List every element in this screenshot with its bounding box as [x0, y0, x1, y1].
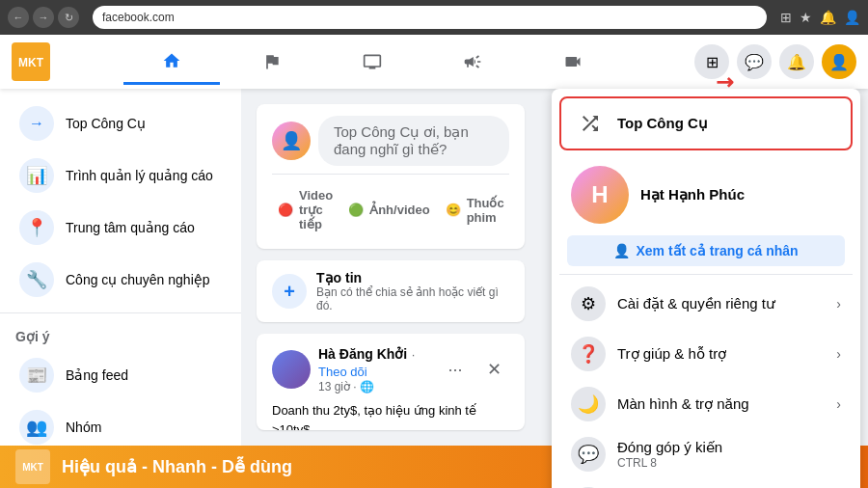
svg-text:MKT: MKT — [18, 56, 44, 69]
help-icon: ❓ — [571, 337, 606, 371]
post-time: 13 giờ · 🌐 — [318, 380, 432, 393]
sidebar-item-nhom[interactable]: 👥 Nhóm — [8, 402, 233, 446]
sidebar-icon-feed: 📰 — [19, 358, 54, 393]
create-tin-subtitle: Bạn có thể chia sẻ ảnh hoặc viết gì đó. — [316, 285, 509, 312]
sidebar-icon-arrow: → — [19, 106, 54, 141]
nav-video[interactable] — [525, 39, 621, 85]
ext-icon-2[interactable]: ★ — [800, 10, 812, 25]
nav-home[interactable] — [123, 39, 220, 85]
sidebar-icon-location: 📍 — [19, 210, 54, 245]
dropdown-menu: Top Công Cụ H Hạt Hạnh Phúc 👤 Xem tất cả… — [552, 89, 860, 488]
help-text: Trợ giúp & hỗ trợ — [617, 345, 825, 363]
post-name-text: Hà Đăng Khởi — [318, 346, 407, 362]
dropdown-item-settings[interactable]: ⚙ Cài đặt & quyền riêng tư › — [559, 279, 853, 329]
refresh-button[interactable]: ↻ — [58, 7, 79, 28]
post-options: ··· ✕ — [440, 354, 509, 385]
post-author-avatar — [272, 350, 311, 389]
sidebar-label-nhom: Nhóm — [66, 420, 101, 435]
post-meta: Hà Đăng Khởi · Theo dõi 13 giờ · 🌐 — [318, 345, 432, 393]
post-more-btn[interactable]: ··· — [440, 354, 471, 385]
sidebar-icon-group: 👥 — [19, 410, 54, 445]
settings-label: Cài đặt & quyền riêng tư — [617, 295, 825, 312]
user-avatar: 👤 — [272, 122, 311, 160]
create-post-top: 👤 Top Công Cụ ơi, bạn đang nghĩ gì thế? — [272, 116, 509, 166]
notification-icon-btn[interactable]: 🔔 — [779, 44, 814, 79]
profile-info: Hạt Hạnh Phúc — [640, 186, 745, 203]
post-text: Doanh thu 2ty$, tạo hiệu ứng kinh tế >10… — [272, 401, 509, 430]
sidebar-label-bang-feed: Bảng feed — [66, 367, 128, 383]
mkt-logo-svg: MKT — [12, 42, 50, 81]
photo-video-btn[interactable]: 🟢 Ảnh/video — [342, 182, 435, 237]
back-button[interactable]: ← — [8, 7, 29, 28]
create-tin-icon: + — [272, 274, 307, 309]
account-icon-btn[interactable]: 👤 — [822, 44, 856, 79]
sidebar-label-top-cong-cu: Top Công Cụ — [66, 116, 146, 131]
url-text: facebook.com — [102, 11, 175, 24]
sidebar-item-bang-feed[interactable]: 📰 Bảng feed — [8, 350, 233, 400]
create-post-actions: 🔴 Video trực tiếp 🟢 Ảnh/video 😊 Thuốc ph… — [272, 174, 509, 237]
dropdown-top-cong-cu[interactable]: Top Công Cụ — [559, 96, 853, 150]
mkt-banner-logo: MKT — [15, 449, 50, 484]
create-tin-box[interactable]: + Tạo tin Bạn có thể chia sẻ ảnh hoặc vi… — [257, 260, 525, 322]
sidebar-item-cong-cu-cn[interactable]: 🔧 Công cụ chuyên nghiệp — [8, 255, 233, 305]
browser-controls: ← → ↻ — [8, 7, 79, 28]
view-profile-text: Xem tất cả trang cá nhân — [636, 243, 798, 258]
settings-icon: ⚙ — [571, 286, 606, 321]
banner-tagline: Hiệu quả - Nhanh - Dễ dùng — [62, 456, 292, 477]
profile-avatar: H — [571, 166, 629, 224]
photo-label: Ảnh/video — [369, 203, 429, 217]
sidebar-item-quan-ly-qc[interactable]: 📊 Trình quản lý quảng cáo — [8, 150, 233, 201]
feed-area: 👤 Top Công Cụ ơi, bạn đang nghĩ gì thế? … — [241, 89, 540, 446]
browser-right-controls: ⊞ ★ 🔔 👤 — [780, 10, 860, 25]
create-post-input[interactable]: Top Công Cụ ơi, bạn đang nghĩ gì thế? — [318, 116, 509, 166]
forward-button[interactable]: → — [33, 7, 54, 28]
post-content: Doanh thu 2ty$, tạo hiệu ứng kinh tế >10… — [257, 401, 525, 430]
film-icon: 😊 — [446, 203, 461, 217]
profile-item[interactable]: H Hạt Hạnh Phúc — [559, 158, 853, 231]
ext-icon-1[interactable]: ⊞ — [780, 10, 792, 25]
sidebar-item-trung-tam-qc[interactable]: 📍 Trung tâm quảng cáo — [8, 203, 233, 253]
post-author-name: Hà Đăng Khởi · Theo dõi — [318, 345, 432, 380]
sidebar-label-cong-cu-cn: Công cụ chuyên nghiệp — [66, 272, 210, 287]
photo-icon: 🟢 — [348, 203, 364, 217]
display-label: Màn hình & trợ năng — [617, 395, 825, 413]
browser-chrome: ← → ↻ facebook.com ⊞ ★ 🔔 👤 — [0, 0, 868, 35]
banner-left: MKT Hiệu quả - Nhanh - Dễ dùng — [15, 449, 292, 484]
create-tin-info: Tạo tin Bạn có thể chia sẻ ảnh hoặc viết… — [316, 270, 509, 312]
dropdown-item-feedback[interactable]: 💬 Đóng góp ý kiến CTRL 8 — [559, 429, 853, 479]
sidebar-section-goiy: Gợi ý — [0, 321, 241, 348]
post-follow-btn[interactable]: Theo dõi — [318, 365, 367, 379]
sidebar-label-trung-tam-qc: Trung tâm quảng cáo — [66, 220, 195, 235]
dropdown-item-logout[interactable]: 🚪 Đăng xuất — [559, 479, 853, 488]
display-arrow: › — [836, 396, 841, 412]
sidebar-divider-1 — [0, 312, 241, 313]
create-tin-title: Tạo tin — [316, 270, 509, 285]
fb-nav-center — [50, 39, 694, 85]
create-post-box: 👤 Top Công Cụ ơi, bạn đang nghĩ gì thế? … — [257, 104, 525, 249]
nav-flag[interactable] — [224, 39, 320, 85]
help-label: Trợ giúp & hỗ trợ — [617, 345, 825, 363]
live-label: Video trực tiếp — [299, 188, 333, 231]
live-video-btn[interactable]: 🔴 Video trực tiếp — [272, 182, 339, 237]
fb-logo[interactable]: MKT — [12, 42, 50, 81]
film-label: Thuốc phim — [467, 196, 504, 225]
sidebar-item-top-cong-cu[interactable]: → Top Công Cụ — [8, 98, 233, 149]
help-arrow: › — [836, 346, 841, 362]
left-sidebar: → Top Công Cụ 📊 Trình quản lý quảng cáo … — [0, 89, 241, 446]
film-btn[interactable]: 😊 Thuốc phim — [440, 182, 510, 237]
view-profile-icon: 👤 — [613, 243, 630, 258]
dropdown-item-display[interactable]: 🌙 Màn hình & trợ năng › — [559, 379, 853, 429]
dropdown-item-help[interactable]: ❓ Trợ giúp & hỗ trợ › — [559, 329, 853, 379]
post-close-btn[interactable]: ✕ — [478, 354, 509, 385]
feedback-sub: CTRL 8 — [617, 456, 841, 470]
main-layout: → Top Công Cụ 📊 Trình quản lý quảng cáo … — [0, 89, 868, 446]
right-panel: ↗ Top Công Cụ H Hạt Hạnh Phúc 👤 Xem tất … — [540, 89, 868, 446]
messenger-icon-btn[interactable]: 💬 — [737, 44, 772, 79]
ext-icon-3[interactable]: 🔔 — [820, 10, 836, 25]
ext-icon-4[interactable]: 👤 — [844, 10, 860, 25]
dropdown-divider-1 — [559, 274, 853, 275]
address-bar[interactable]: facebook.com — [93, 6, 767, 29]
view-profile-btn[interactable]: 👤 Xem tất cả trang cá nhân — [567, 235, 845, 266]
nav-megaphone[interactable] — [424, 39, 521, 85]
nav-tv[interactable] — [324, 39, 420, 85]
